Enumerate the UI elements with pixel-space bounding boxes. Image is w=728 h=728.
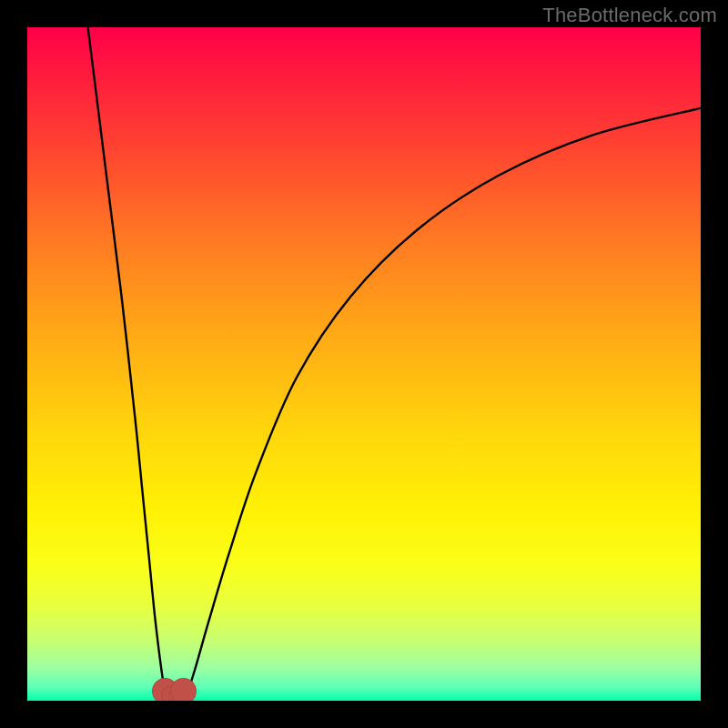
watermark-label: TheBottleneck.com — [542, 4, 717, 27]
outer-frame: TheBottleneck.com — [0, 0, 728, 728]
curve-right-path — [182, 108, 701, 695]
curve-left-path — [88, 27, 169, 695]
plot-area — [27, 27, 701, 701]
curve-layer — [27, 27, 701, 701]
marker-min-right — [170, 678, 197, 701]
